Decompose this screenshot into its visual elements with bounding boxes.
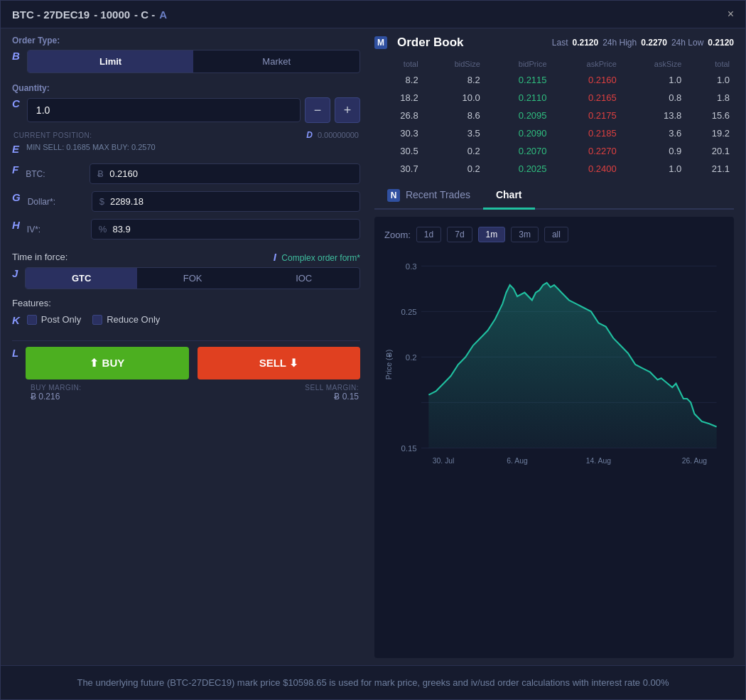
current-position-row: CURRENT POSITION: D 0.00000000 [12,130,360,140]
action-row: L ⬆ BUY SELL ⬇ [12,347,360,379]
ioc-btn[interactable]: IOC [248,268,360,289]
zoom-all[interactable]: all [544,227,568,242]
decrement-button[interactable]: − [305,97,330,123]
svg-text:Price (Ƀ): Price (Ƀ) [385,350,394,379]
instrument-strike: - 10000 [94,9,130,21]
fok-btn[interactable]: FOK [137,268,249,289]
order-type-toggle: Limit Market [27,50,360,73]
post-only-box[interactable] [27,315,37,325]
total1-cell: 26.8 [374,107,423,124]
order-book-header: M Order Book Last 0.2120 24h High 0.2270… [374,36,734,50]
tab-recent-trades[interactable]: N Recent Trades [374,183,483,210]
bid-price-cell: 0.2095 [485,107,551,124]
increment-button[interactable]: + [335,97,360,123]
chart-svg-container: 0.3 0.25 0.2 0.15 Price (Ƀ) 30. Jul 6. A… [384,251,724,478]
features-section: Features: K Post Only Reduce Only [12,298,360,326]
low-label: 24h Low [671,38,703,48]
badge-e: E [12,143,19,155]
table-row: 30.7 0.2 0.2025 0.2400 1.0 21.1 [374,160,734,178]
dollar-price-row: G Dollar*: $ [12,191,360,212]
ask-size-cell: 1.0 [621,71,686,89]
col-bidsize: bidSize [423,57,485,71]
dollar-label: Dollar*: [28,197,55,207]
tab-chart[interactable]: Chart [483,183,535,210]
reduce-only-box[interactable] [92,315,102,325]
instrument-title: BTC - 27DEC19 [12,9,90,21]
current-position-label: CURRENT POSITION: [13,131,92,139]
n-badge: N [387,189,400,202]
quantity-input[interactable] [27,98,301,122]
divider [12,340,360,341]
bid-size-cell: 0.2 [423,142,485,160]
high-label: 24h High [602,38,637,48]
iv-icon: % [99,224,107,235]
bid-price-cell: 0.2110 [485,89,551,107]
market-btn[interactable]: Market [193,50,360,72]
tab-row: N Recent Trades Chart [374,183,734,210]
svg-text:0.2: 0.2 [406,352,417,361]
sell-margin: SELL MARGIN: Ƀ 0.15 [305,384,359,402]
features-label: Features: [12,298,360,308]
title-bar: BTC - 27DEC19 - 10000 - C - A × [1,1,745,28]
chart-area: Zoom: 1d 7d 1m 3m all [374,217,734,658]
last-value: 0.2120 [572,38,598,48]
zoom-7d[interactable]: 7d [447,227,472,242]
zoom-3m[interactable]: 3m [511,227,539,242]
ask-price-cell: 0.2185 [551,124,621,142]
right-panel: M Order Book Last 0.2120 24h High 0.2270… [374,36,734,658]
total1-cell: 30.7 [374,160,423,178]
svg-text:26. Aug: 26. Aug [682,456,707,465]
order-book-title: Order Book [397,36,464,50]
reduce-only-label: Reduce Only [107,314,160,325]
btc-price-input[interactable] [109,168,352,179]
total2-cell: 19.2 [686,124,734,142]
ask-size-cell: 0.9 [621,142,686,160]
bid-price-cell: 0.2090 [485,124,551,142]
quantity-label: Quantity: [12,83,360,93]
svg-text:6. Aug: 6. Aug [507,456,528,465]
instrument-badge: A [159,9,167,21]
ask-size-cell: 13.8 [621,107,686,124]
quantity-row: C − + [12,97,360,123]
time-in-force-section: Time in force: I Complex order form* J G… [12,251,360,289]
dollar-price-input[interactable] [110,196,352,207]
bid-size-cell: 8.2 [423,71,485,89]
bottom-notice: The underlying future (BTC-27DEC19) mark… [1,665,745,699]
gtc-btn[interactable]: GTC [26,268,137,289]
reduce-only-checkbox[interactable]: Reduce Only [92,314,160,325]
sell-margin-value: Ƀ 0.15 [305,392,359,402]
last-label: Last [552,38,568,48]
table-row: 30.5 0.2 0.2070 0.2270 0.9 20.1 [374,142,734,160]
zoom-1m[interactable]: 1m [478,227,506,242]
limit-btn[interactable]: Limit [28,50,194,72]
total2-cell: 20.1 [686,142,734,160]
ask-price-cell: 0.2270 [551,142,621,160]
post-only-label: Post Only [41,314,81,325]
total1-cell: 18.2 [374,89,423,107]
badge-c: C [12,97,20,109]
badge-d: D [306,130,313,140]
buy-margin-label: BUY MARGIN: [31,384,81,392]
buy-button[interactable]: ⬆ BUY [26,347,188,379]
ask-price-cell: 0.2175 [551,107,621,124]
tif-toggle-row: J GTC FOK IOC [12,267,360,289]
badge-h: H [12,219,20,231]
zoom-row: Zoom: 1d 7d 1m 3m all [384,227,724,242]
svg-text:0.15: 0.15 [401,443,416,452]
total2-cell: 15.6 [686,107,734,124]
order-type-section: Order Type: B Limit Market [12,36,360,73]
ask-price-cell: 0.2165 [551,89,621,107]
ask-price-cell: 0.2160 [551,71,621,89]
order-book-stats: Last 0.2120 24h High 0.2270 24h Low 0.21… [552,38,734,48]
complex-order-link[interactable]: I Complex order form* [274,251,360,263]
dollar-icon: $ [99,196,104,207]
ask-size-cell: 0.8 [621,89,686,107]
badge-k: K [12,314,20,326]
post-only-checkbox[interactable]: Post Only [27,314,81,325]
ask-size-cell: 1.0 [621,160,686,178]
zoom-1d[interactable]: 1d [416,227,441,242]
iv-input[interactable] [112,224,352,235]
order-type-label: Order Type: [12,36,360,45]
close-button[interactable]: × [728,8,734,21]
sell-button[interactable]: SELL ⬇ [198,347,360,379]
